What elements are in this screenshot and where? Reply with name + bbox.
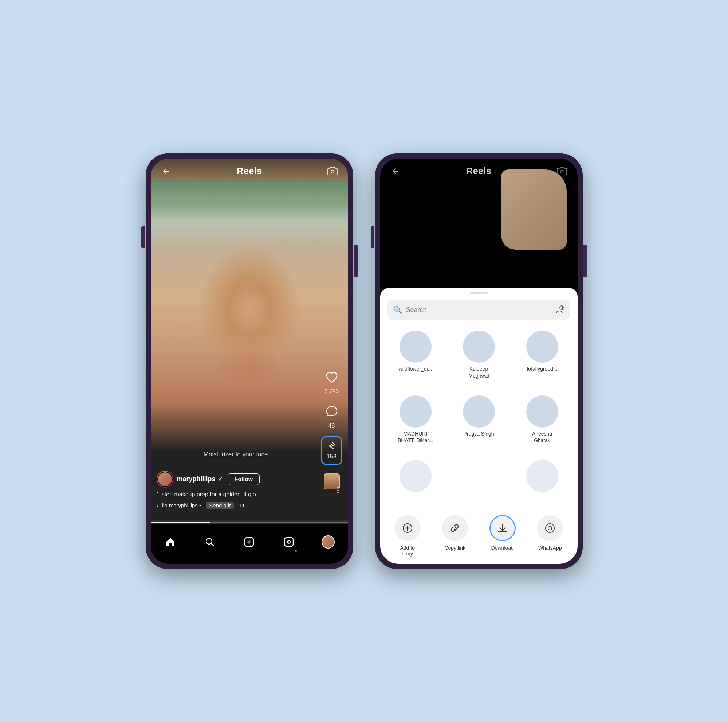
svg-point-3 xyxy=(337,492,339,494)
sheet-handle xyxy=(470,292,488,294)
download-icon[interactable] xyxy=(489,515,516,541)
contact-avatar-3 xyxy=(526,331,558,363)
svg-point-8 xyxy=(288,541,289,542)
like-count: 2,793 xyxy=(324,388,339,395)
svg-point-0 xyxy=(331,170,334,173)
svg-point-1 xyxy=(337,487,339,488)
contact-name-5: Pragya Singh xyxy=(463,431,494,437)
avatar-image xyxy=(158,472,173,487)
camera-icon-2[interactable] xyxy=(555,165,569,178)
music-text: lio maryphillips • xyxy=(162,502,201,509)
add-friend-icon[interactable] xyxy=(555,305,564,314)
contact-avatar-6 xyxy=(526,395,558,428)
nav-reels[interactable] xyxy=(278,531,300,553)
contact-name-4: MADHURIBHATT. DiKar... xyxy=(398,431,433,443)
svg-point-9 xyxy=(560,170,563,173)
page-title-2: Reels xyxy=(466,166,491,177)
verified-badge: ✓ xyxy=(218,476,223,483)
search-input[interactable] xyxy=(406,306,551,314)
contact-item-5[interactable]: Pragya Singh xyxy=(447,392,511,457)
svg-point-2 xyxy=(337,489,339,491)
contact-avatar-5 xyxy=(463,395,495,428)
camera-icon[interactable] xyxy=(326,165,339,178)
download-label: Download xyxy=(491,545,514,551)
nav-create[interactable] xyxy=(238,531,260,553)
contact-name-1: wildflower_di... xyxy=(399,366,432,372)
nav-dot xyxy=(295,550,297,552)
svg-point-11 xyxy=(546,524,554,532)
add-story-icon[interactable] xyxy=(395,515,421,541)
copy-link-label: Copy link xyxy=(444,545,465,551)
follow-button[interactable]: Follow xyxy=(228,474,260,485)
phone-1-screen: Reels Moisturizer to your face. xyxy=(151,159,348,564)
contact-avatar-2 xyxy=(463,331,495,363)
nav-avatar xyxy=(321,535,335,549)
phone-2-screen: Reels 🔍 xyxy=(380,159,578,564)
copy-link-button[interactable]: Copy link xyxy=(440,515,470,551)
contact-item-4[interactable]: MADHURIBHATT. DiKar... xyxy=(384,392,447,457)
username: maryphillips ✓ xyxy=(177,475,223,483)
search-icon: 🔍 xyxy=(393,305,402,314)
progress-fill xyxy=(151,522,210,523)
contact-item-8 xyxy=(447,456,511,505)
action-row: Add tostory Copy link xyxy=(380,509,578,564)
whatsapp-icon[interactable] xyxy=(537,515,563,541)
caption-text: 1-step makeup prep for a golden lit glo … xyxy=(157,491,317,498)
share-sheet: 🔍 wildflower_di... xyxy=(380,288,578,563)
right-actions: 2,793 48 xyxy=(321,368,342,491)
avatar[interactable] xyxy=(157,471,173,487)
download-button[interactable]: Download xyxy=(488,515,517,551)
contact-name-6: AneeshaGhatak xyxy=(532,431,552,443)
bottom-navigation xyxy=(151,524,348,564)
send-gift-btn[interactable]: Send gift xyxy=(206,501,234,509)
video-content xyxy=(151,181,348,520)
page-title: Reels xyxy=(237,166,262,177)
contact-item-1[interactable]: wildflower_di... xyxy=(384,327,447,392)
contact-item-3[interactable]: totallygreed... xyxy=(511,327,574,392)
contact-avatar-9 xyxy=(526,460,558,492)
contact-name-3: totallygreed... xyxy=(527,366,557,372)
top-bar: Reels xyxy=(151,159,348,184)
whatsapp-label: WhatsApp xyxy=(538,545,562,551)
contact-avatar-7 xyxy=(399,460,431,492)
like-action[interactable]: 2,793 xyxy=(322,368,341,395)
music-row: ♪ lio maryphillips • Send gift +1 xyxy=(157,501,317,509)
contact-item-2[interactable]: KuldeepMeghwal xyxy=(447,327,511,392)
music-icon: ♪ xyxy=(157,502,159,508)
comment-icon[interactable] xyxy=(322,402,341,421)
phone-2: Reels 🔍 xyxy=(375,153,583,569)
comment-action[interactable]: 48 xyxy=(322,402,341,429)
share-button[interactable]: 158 xyxy=(321,436,342,465)
plus-more: +1 xyxy=(239,502,245,509)
contact-name-2: KuldeepMeghwal xyxy=(468,366,489,379)
contact-avatar-4 xyxy=(399,395,431,428)
contact-item-6[interactable]: AneeshaGhatak xyxy=(511,392,574,457)
nav-search[interactable] xyxy=(199,531,221,553)
progress-bar xyxy=(151,522,348,523)
contact-item-9[interactable] xyxy=(511,456,574,505)
share-action[interactable]: 158 xyxy=(321,436,342,465)
share-count: 158 xyxy=(327,454,336,460)
comment-count: 48 xyxy=(329,422,335,429)
contact-avatar-1 xyxy=(399,331,431,363)
nav-profile[interactable] xyxy=(317,531,339,553)
user-row: maryphillips ✓ Follow xyxy=(157,471,317,487)
add-story-label: Add tostory xyxy=(400,545,415,556)
whatsapp-button[interactable]: WhatsApp xyxy=(535,515,564,551)
search-bar[interactable]: 🔍 xyxy=(387,300,570,320)
add-to-story-button[interactable]: Add tostory xyxy=(393,515,422,556)
top-bar-2: Reels xyxy=(380,159,578,184)
video-subtitle: Moisturizer to your face. xyxy=(151,451,323,458)
heart-icon[interactable] xyxy=(322,368,341,387)
phone-1: Reels Moisturizer to your face. xyxy=(146,153,353,569)
nav-home[interactable] xyxy=(159,531,181,553)
contact-item-7[interactable] xyxy=(384,456,447,505)
contact-grid: wildflower_di... KuldeepMeghwal totallyg… xyxy=(380,323,578,509)
three-dot-menu[interactable] xyxy=(333,486,342,495)
copy-link-icon[interactable] xyxy=(442,515,468,541)
back-icon-2[interactable] xyxy=(389,165,402,178)
back-icon[interactable] xyxy=(159,165,173,178)
user-info-bar: maryphillips ✓ Follow 1-step makeup prep… xyxy=(151,471,323,509)
